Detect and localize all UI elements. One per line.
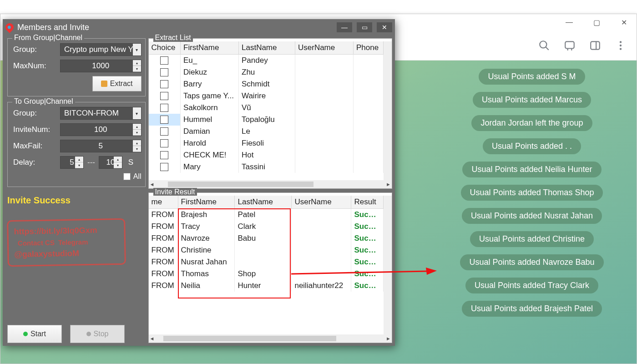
cell-username <box>295 78 354 90</box>
app-titlebar: Members and Invite — ▭ ✕ <box>3 19 395 35</box>
table-row[interactable]: SakolkornVũ <box>149 102 384 114</box>
table-row[interactable]: FROMTracyClarkSucces <box>149 221 384 233</box>
start-button[interactable]: Start <box>7 325 62 343</box>
cell-me: FROM <box>149 268 178 280</box>
table-row[interactable]: MaryTassini <box>149 161 384 173</box>
to-group-channel-box: To Group|Channel Group: BITCON-FROM ▾ In… <box>7 102 146 187</box>
app-close-icon[interactable]: ✕ <box>377 22 392 32</box>
table-row[interactable]: DamianLe <box>149 126 384 137</box>
result-vscroll[interactable] <box>384 196 392 334</box>
cell-lastname: Babu <box>235 233 292 244</box>
cell-username <box>292 268 351 280</box>
cell-result: Succes <box>351 233 384 244</box>
tg-minimize-icon[interactable]: — <box>560 16 578 29</box>
cell-username <box>295 149 354 161</box>
to-group-combo[interactable]: BITCON-FROM ▾ <box>60 107 142 120</box>
row-checkbox[interactable] <box>160 127 168 136</box>
cell-result: Succes <box>351 209 384 221</box>
result-table[interactable]: me FirstName LastName UserName Result FR… <box>149 196 384 292</box>
extract-vscroll[interactable] <box>384 41 392 180</box>
row-checkbox[interactable] <box>160 139 168 147</box>
table-row[interactable]: FROMNeiliaHunterneiliahunter22Succes <box>149 280 384 292</box>
row-checkbox[interactable] <box>160 163 168 171</box>
table-row[interactable]: FROMNavrozeBabuSucces <box>149 233 384 244</box>
stamp-line2a: Contact CS <box>18 239 55 247</box>
more-icon[interactable] <box>615 40 627 51</box>
delay-min-input[interactable]: 5 ▴▾ <box>60 156 84 169</box>
row-checkbox[interactable] <box>160 80 168 88</box>
col-choice[interactable]: Choice <box>149 41 181 55</box>
col-username[interactable]: UserName <box>292 196 351 209</box>
row-checkbox[interactable] <box>160 151 168 159</box>
table-row[interactable]: Eu_Pandey <box>149 55 384 67</box>
tg-service-message: Jordan Jordan left the group <box>471 115 592 131</box>
col-username[interactable]: UserName <box>295 41 354 55</box>
panel-icon[interactable] <box>589 40 601 51</box>
table-row[interactable]: HaroldFiesoli <box>149 137 384 149</box>
cell-firstname: CHECK ME! <box>181 149 239 161</box>
comment-icon[interactable] <box>564 40 576 51</box>
chevron-down-icon[interactable]: ▾ <box>133 107 141 119</box>
col-phone[interactable]: Phone <box>354 41 384 55</box>
table-row[interactable]: BarrySchmidt <box>149 78 384 90</box>
cell-lastname: Fiesoli <box>239 137 295 149</box>
invite-status: Invite Success <box>7 195 146 206</box>
col-lastname[interactable]: LastName <box>239 41 295 55</box>
spinner-icon[interactable]: ▴▾ <box>114 157 122 168</box>
from-legend: From Group|Channel <box>12 34 84 42</box>
from-group-combo[interactable]: Crypto pump New Yc ▾ <box>60 43 142 56</box>
maxfail-label: MaxFail: <box>13 142 56 151</box>
cell-me: FROM <box>149 233 178 244</box>
extract-table[interactable]: Choice FirstName LastName UserName Phone… <box>149 41 384 173</box>
cell-me: FROM <box>149 256 178 268</box>
spinner-icon[interactable]: ▴▾ <box>133 124 141 136</box>
all-checkbox[interactable]: All <box>123 172 142 181</box>
app-logo-icon <box>4 21 15 33</box>
row-checkbox[interactable] <box>160 68 168 76</box>
table-row[interactable]: CHECK ME!Hot <box>149 149 384 161</box>
table-row[interactable]: HummelTopaloğlu <box>149 114 384 126</box>
col-result[interactable]: Result <box>351 196 384 209</box>
table-row[interactable]: Taps game Y...Wairire <box>149 90 384 102</box>
app-maximize-icon[interactable]: ▭ <box>357 22 372 32</box>
table-row[interactable]: FROMBrajeshPatelSucces <box>149 209 384 221</box>
cell-phone <box>354 114 384 126</box>
maxfail-input[interactable]: 5 ▴▾ <box>60 140 142 152</box>
delay-min-value: 5 <box>70 158 74 167</box>
spinner-icon[interactable]: ▴▾ <box>133 140 141 152</box>
col-firstname[interactable]: FirstName <box>181 41 239 55</box>
table-row[interactable]: DiekuzZhu <box>149 66 384 78</box>
col-firstname[interactable]: FirstName <box>178 196 235 209</box>
stop-button[interactable]: Stop <box>70 325 125 343</box>
delay-max-input[interactable]: 10 ▴▾ <box>99 156 122 169</box>
row-checkbox[interactable] <box>160 56 168 65</box>
row-checkbox[interactable] <box>160 104 168 112</box>
invitenum-input[interactable]: 100 ▴▾ <box>60 123 142 136</box>
chevron-down-icon[interactable]: ▾ <box>133 44 141 56</box>
delay-label: Delay: <box>13 158 56 167</box>
cell-username <box>295 90 354 102</box>
tg-maximize-icon[interactable]: ▢ <box>587 16 606 29</box>
cell-result: Succes <box>351 256 384 268</box>
row-checkbox[interactable] <box>160 116 168 124</box>
to-group-value: BITCON-FROM <box>64 109 119 118</box>
tg-close-icon[interactable]: ✕ <box>615 16 633 29</box>
extract-hscroll[interactable]: ◄► <box>149 180 392 188</box>
cell-lastname: Le <box>239 126 295 137</box>
col-lastname[interactable]: LastName <box>235 196 292 209</box>
spinner-icon[interactable]: ▴▾ <box>133 60 141 72</box>
row-checkbox[interactable] <box>160 92 168 100</box>
table-row[interactable]: FROMNusrat JahanSucces <box>149 256 384 268</box>
checkbox-icon[interactable] <box>123 173 131 180</box>
cell-lastname <box>235 244 292 256</box>
search-icon[interactable] <box>538 40 550 51</box>
result-hscroll[interactable]: ◄► <box>149 334 392 343</box>
col-me[interactable]: me <box>149 196 178 209</box>
from-maxnum-input[interactable]: 1000 ▴▾ <box>60 60 142 72</box>
extract-list-box: Extract List Choice FirstName LastName U… <box>148 38 393 189</box>
spinner-icon[interactable]: ▴▾ <box>75 157 83 168</box>
table-row[interactable]: FROMChristineSucces <box>149 244 384 256</box>
table-row[interactable]: FROMThomasShopSucces <box>149 268 384 280</box>
app-minimize-icon[interactable]: — <box>337 22 352 32</box>
extract-button[interactable]: Extract <box>92 76 142 91</box>
